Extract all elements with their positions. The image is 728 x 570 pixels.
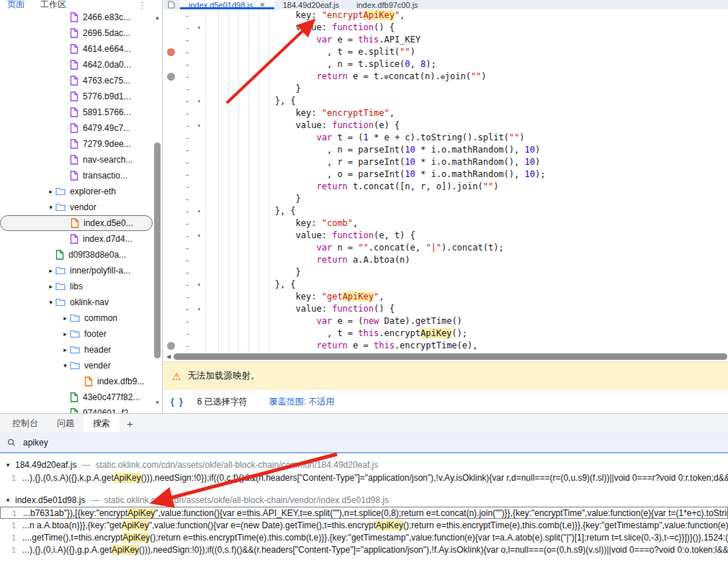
drawer-tab-控制台[interactable]: 控制台 — [3, 414, 48, 433]
tree-file-46420da0[interactable]: 4642.0da0... — [0, 57, 153, 73]
drawer-tab-搜索[interactable]: 搜索 — [84, 414, 120, 433]
breakpoint-gutter[interactable] — [163, 193, 181, 205]
breakpoint-gutter[interactable] — [163, 340, 181, 352]
tree-file-nav-search[interactable]: nav-search... — [0, 152, 153, 168]
more-options-icon[interactable]: ⋮ — [138, 1, 146, 9]
tree-disclosure-icon[interactable]: ▾ — [46, 299, 55, 306]
breakpoint-gutter[interactable] — [163, 266, 181, 279]
tree-file-indexdfb9[interactable]: index.dfb9... — [0, 374, 153, 389]
tree-file-43e0c477f82[interactable]: 43e0c477f82... — [0, 389, 153, 405]
fold-arrow-icon[interactable]: ▾ — [193, 22, 205, 34]
breakpoint-gutter[interactable] — [163, 205, 181, 217]
editor-tab-indexd5e01d98js[interactable]: index.d5e01d98.js✕ — [180, 0, 274, 9]
breakpoint-gutter[interactable] — [163, 156, 181, 168]
tree-file-9740601f2[interactable]: 9740601..f2 — [0, 405, 153, 413]
fold-arrow-icon[interactable]: ▾ — [193, 95, 205, 107]
breakpoint-gutter[interactable] — [163, 242, 181, 254]
tree-disclosure-icon[interactable]: ▸ — [60, 315, 70, 322]
add-tab-button[interactable]: + — [120, 414, 140, 433]
editor-tab-18449d20eafjs[interactable]: 184.49d20eaf.js — [274, 0, 348, 9]
tree-file-4614e664[interactable]: 4614.e664... — [0, 41, 153, 57]
breakpoint-gutter[interactable] — [163, 95, 181, 107]
tree-file-indexd7d4[interactable]: index.d7d4... — [0, 231, 153, 247]
scrollbar-thumb[interactable] — [154, 142, 161, 358]
editor-tab-indexdfb97c00js[interactable]: index.dfb97c00.js — [348, 0, 427, 9]
horizontal-scrollbar[interactable]: ◀ — [163, 352, 728, 361]
search-input[interactable] — [22, 437, 313, 448]
tab-workspace[interactable]: 工作区 — [40, 0, 66, 9]
search-result-row[interactable]: 1...),{},(0,s.A)({},k,p.A.getApiKey())),… — [0, 471, 728, 484]
breakpoint-gutter[interactable] — [163, 58, 181, 71]
close-icon[interactable]: ✕ — [259, 1, 265, 9]
fold-arrow-icon[interactable]: ▾ — [193, 303, 205, 315]
breakpoint-gutter[interactable] — [163, 217, 181, 230]
result-file-header[interactable]: ▾184.49d20eaf.js—static.oklink.com/cdn/a… — [0, 458, 728, 471]
breakpoint-gutter[interactable] — [163, 34, 181, 46]
breakpoint-gutter[interactable] — [163, 230, 181, 242]
code-editor[interactable]: - key: "encryptApiKey",-▾ value: functio… — [163, 9, 728, 352]
tree-folder-vendor[interactable]: ▾vendor — [0, 199, 153, 215]
tree-disclosure-icon[interactable]: ▸ — [46, 188, 55, 195]
fold-arrow-icon[interactable]: ▾ — [193, 279, 205, 291]
tree-folder-oklink-nav[interactable]: ▾oklink-nav — [0, 294, 153, 310]
scroll-down-icon[interactable]: ▼ — [153, 398, 162, 407]
tab-page[interactable]: 页面 — [7, 0, 24, 9]
tree-disclosure-icon[interactable]: ▸ — [46, 267, 55, 274]
tree-file-647949c7[interactable]: 6479.49c7... — [0, 120, 153, 136]
search-result-row[interactable]: 1...),{},(0,i.A)({},g,p.A.getApiKey())),… — [0, 543, 728, 556]
breakpoint-gutter[interactable] — [163, 71, 181, 83]
pretty-print-icon[interactable]: { } — [171, 397, 184, 407]
coverage-link[interactable]: 覆盖范围: 不适用 — [269, 396, 335, 408]
fold-arrow-icon[interactable]: ▾ — [193, 230, 205, 242]
breakpoint-gutter[interactable] — [163, 132, 181, 144]
search-result-row[interactable]: 1...n a.A.btoa(n)}},{key:"getApiKey",val… — [0, 519, 728, 531]
tree-file-2466e83c[interactable]: 2466.e83c... — [0, 9, 153, 25]
tree-disclosure-icon[interactable]: ▾ — [60, 362, 70, 369]
search-result-row[interactable]: 1....getTime(),t=this.encryptApiKey();re… — [0, 531, 728, 543]
scroll-left-icon[interactable]: ◀ — [164, 352, 173, 361]
tree-file-d09f38d8e0a[interactable]: d09f38d8e0a... — [0, 247, 153, 263]
tree-file-4763ec75[interactable]: 4763.ec75... — [0, 73, 153, 89]
tree-folder-vender[interactable]: ▾vender — [0, 358, 153, 374]
collapse-icon[interactable]: ▾ — [4, 497, 12, 504]
logpoint-icon[interactable] — [167, 73, 175, 81]
breakpoint-gutter[interactable] — [163, 254, 181, 266]
tree-file-5776b9d1[interactable]: 5776.b9d1... — [0, 89, 153, 104]
tree-scrollbar[interactable]: ▲ ▼ — [153, 9, 162, 413]
tree-file-58915766[interactable]: 5891.5766... — [0, 104, 153, 120]
tree-disclosure-icon[interactable]: ▸ — [46, 283, 55, 290]
fold-arrow-icon[interactable]: ▾ — [193, 205, 205, 217]
breakpoint-icon[interactable] — [167, 48, 175, 56]
tree-folder-libs[interactable]: ▸libs — [0, 279, 153, 294]
document-icon[interactable] — [163, 0, 180, 9]
fold-arrow-icon[interactable]: ▾ — [193, 119, 205, 132]
breakpoint-gutter[interactable] — [163, 291, 181, 303]
scroll-up-icon[interactable]: ▲ — [153, 13, 162, 22]
tree-folder-explorer-eth[interactable]: ▸explorer-eth — [0, 184, 153, 199]
tree-file-26965dac[interactable]: 2696.5dac... — [0, 25, 153, 41]
tree-file-72799dee[interactable]: 7279.9dee... — [0, 136, 153, 152]
breakpoint-gutter[interactable] — [163, 119, 181, 132]
breakpoint-gutter[interactable] — [163, 327, 181, 340]
tree-disclosure-icon[interactable]: ▸ — [60, 330, 70, 338]
scrollbar-thumb[interactable] — [174, 353, 727, 360]
tree-folder-innerpolyfill-a[interactable]: ▸inner/polyfill-a... — [0, 263, 153, 279]
collapse-icon[interactable]: ▾ — [4, 461, 12, 469]
breakpoint-gutter[interactable] — [163, 46, 181, 58]
breakpoint-gutter[interactable] — [163, 22, 181, 34]
drawer-tab-问题[interactable]: 问题 — [48, 414, 84, 433]
breakpoint-gutter[interactable] — [163, 83, 181, 95]
tree-file-transactio[interactable]: transactio... — [0, 168, 153, 184]
breakpoint-gutter[interactable] — [163, 303, 181, 315]
result-file-header[interactable]: ▾index.d5e01d98.js—static.oklink.com/cdn… — [0, 494, 728, 507]
logpoint-icon[interactable] — [167, 342, 175, 350]
breakpoint-gutter[interactable] — [163, 144, 181, 156]
search-result-row[interactable]: 1...b7631ab"}),[{key:"encryptApiKey",val… — [0, 507, 728, 519]
tree-disclosure-icon[interactable]: ▾ — [46, 204, 55, 211]
breakpoint-gutter[interactable] — [163, 315, 181, 327]
tree-folder-footer[interactable]: ▸footer — [0, 326, 153, 342]
tree-disclosure-icon[interactable]: ▸ — [60, 346, 70, 353]
breakpoint-gutter[interactable] — [163, 107, 181, 119]
breakpoint-gutter[interactable] — [163, 279, 181, 291]
breakpoint-gutter[interactable] — [163, 181, 181, 193]
